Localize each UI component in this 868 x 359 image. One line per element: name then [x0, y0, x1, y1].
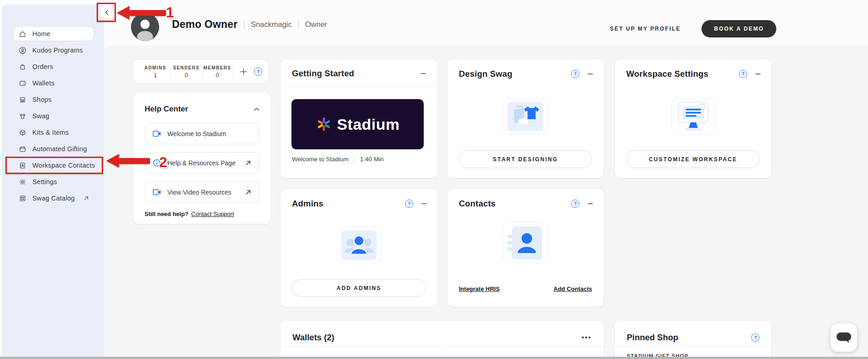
workspace-settings-title: Workspace Settings [626, 69, 739, 79]
still-need-help-text: Still need help? [145, 211, 188, 217]
admins-title: Admins [292, 199, 405, 209]
wallets-card: Wallets (2) ••• DEMO'S SNACKMAGIC WALLET… [281, 321, 603, 359]
calendar-icon [19, 145, 26, 153]
stadium-dashboard: Home Kudos Programs Orders Wallets S [0, 0, 868, 359]
minimize-icon[interactable] [420, 70, 426, 77]
tshirt-icon [19, 112, 26, 120]
stat-members: MEMBERS 0 [202, 63, 233, 80]
minimize-icon[interactable] [755, 71, 761, 77]
help-link-view-video-resources[interactable]: View Video Resources [145, 181, 260, 203]
workspace-name: Snackmagic [251, 20, 292, 29]
sidebar-item-swag-catalog[interactable]: Swag Catalog [14, 191, 94, 205]
video-icon [153, 189, 161, 195]
pinned-shop-title: Pinned Shop [627, 333, 751, 343]
contacts-illustration [503, 222, 548, 264]
design-swag-help-icon[interactable]: ? [571, 70, 579, 78]
start-designing-button[interactable]: START DESIGNING [459, 150, 592, 168]
getting-started-card: Getting Started Stadium Welcome to Stadi… [281, 59, 437, 178]
sidebar-item-shops[interactable]: Shops [14, 93, 94, 106]
pinned-shop-help-icon[interactable]: ? [751, 333, 759, 342]
shop-icon [19, 96, 26, 104]
external-link-icon [83, 195, 89, 201]
sidebar-item-orders[interactable]: Orders [14, 60, 94, 74]
gear-icon [19, 178, 26, 186]
workspace-settings-help-icon[interactable]: ? [739, 70, 747, 78]
workspace-settings-card: Workspace Settings ? CUSTOMIZE WORKSPACE [615, 59, 771, 178]
chevron-up-icon[interactable] [254, 107, 260, 111]
swag-illustration [504, 98, 547, 135]
sidebar-item-swag[interactable]: Swag [14, 109, 94, 123]
avatar[interactable] [131, 13, 159, 41]
help-center-card: Help Center Welcome to Stadium Help & Re… [134, 93, 270, 224]
help-link-help-resources-page[interactable]: Help & Resources Page [145, 152, 260, 174]
add-admins-button[interactable]: ADD ADMINS [292, 279, 426, 297]
integrate-hris-link[interactable]: Integrate HRIS [459, 285, 500, 292]
contact-book-icon [19, 162, 26, 169]
workspace-stats-card: ADMINS 1 SENDERS 0 MEMBERS 0 ? [134, 60, 269, 83]
external-link-icon [245, 189, 251, 195]
admins-card: Admins ? ADD ADMINS [281, 189, 437, 307]
stats-cells: ADMINS 1 SENDERS 0 MEMBERS 0 [140, 63, 233, 80]
stat-senders: SENDERS 0 [171, 63, 202, 80]
help-links: Welcome to Stadium Help & Resources Page… [145, 123, 260, 203]
external-link-icon [245, 160, 251, 166]
sidebar-item-workspace-contacts[interactable]: Workspace Contacts [14, 158, 94, 172]
user-identity: Demo Owner Snackmagic Owner [172, 18, 327, 31]
contact-support-link[interactable]: Contact Support [191, 211, 234, 217]
wallet-icon [19, 79, 26, 87]
stadium-logo-icon [316, 116, 332, 132]
sidebar-item-wallets[interactable]: Wallets [14, 76, 94, 90]
kudos-icon [19, 47, 26, 54]
book-a-demo-button[interactable]: BOOK A DEMO [702, 20, 776, 37]
add-member-button[interactable] [239, 68, 248, 76]
sidebar-nav: Home Kudos Programs Orders Wallets S [2, 5, 104, 205]
info-icon [153, 159, 161, 167]
contacts-card: Contacts ? Integrate HRIS Add Contacts [447, 189, 603, 307]
sidebar-collapse-button[interactable] [100, 6, 113, 19]
stats-help-icon[interactable]: ? [254, 68, 262, 76]
divider [244, 20, 244, 29]
stat-admins: ADMINS 1 [140, 63, 171, 80]
set-up-profile-link[interactable]: SET UP MY PROFILE [610, 26, 681, 32]
sidebar-item-kudos-programs[interactable]: Kudos Programs [14, 43, 94, 57]
help-center-title: Help Center [145, 105, 254, 114]
orders-icon [19, 63, 26, 71]
stadium-wordmark: Stadium [337, 116, 400, 133]
catalog-icon [19, 195, 26, 202]
workspace-illustration [671, 98, 715, 135]
sidebar: Home Kudos Programs Orders Wallets S [2, 5, 104, 359]
welcome-video-thumbnail[interactable]: Stadium [291, 99, 424, 149]
add-contacts-link[interactable]: Add Contacts [554, 285, 593, 292]
divider [354, 155, 354, 163]
user-role: Owner [305, 20, 327, 29]
sidebar-item-automated-gifting[interactable]: Automated Gifting [14, 142, 94, 156]
video-duration: 1:40 Min [360, 156, 384, 163]
window-bottom-edge [0, 357, 868, 359]
video-icon [153, 131, 161, 137]
box-icon [19, 129, 26, 137]
pinned-shop-card: Pinned Shop ? STADIUM GIFT SHOP [615, 321, 771, 359]
minimize-icon[interactable] [587, 71, 593, 77]
contacts-help-icon[interactable]: ? [571, 200, 579, 208]
wallets-title: Wallets (2) [292, 333, 582, 343]
user-name: Demo Owner [172, 18, 238, 31]
chat-widget-button[interactable] [831, 323, 857, 352]
minimize-icon[interactable] [587, 201, 593, 207]
admins-illustration [337, 227, 381, 264]
header-actions: SET UP MY PROFILE BOOK A DEMO [610, 20, 776, 37]
admins-help-icon[interactable]: ? [405, 200, 413, 208]
video-title: Welcome to Stadium [292, 156, 348, 163]
design-swag-card: Design Swag ? START DESIGNING [447, 59, 603, 178]
home-icon [19, 30, 26, 38]
getting-started-title: Getting Started [292, 69, 420, 79]
more-options-icon[interactable]: ••• [582, 336, 592, 339]
sidebar-item-home[interactable]: Home [14, 27, 94, 41]
customize-workspace-button[interactable]: CUSTOMIZE WORKSPACE [626, 150, 760, 168]
minimize-icon[interactable] [421, 201, 427, 207]
help-link-welcome-to-stadium[interactable]: Welcome to Stadium [145, 123, 260, 144]
sidebar-item-kits-items[interactable]: Kits & Items [14, 126, 94, 139]
divider [298, 20, 299, 29]
contacts-title: Contacts [459, 199, 571, 209]
sidebar-item-settings[interactable]: Settings [14, 175, 94, 189]
design-swag-title: Design Swag [459, 69, 571, 79]
